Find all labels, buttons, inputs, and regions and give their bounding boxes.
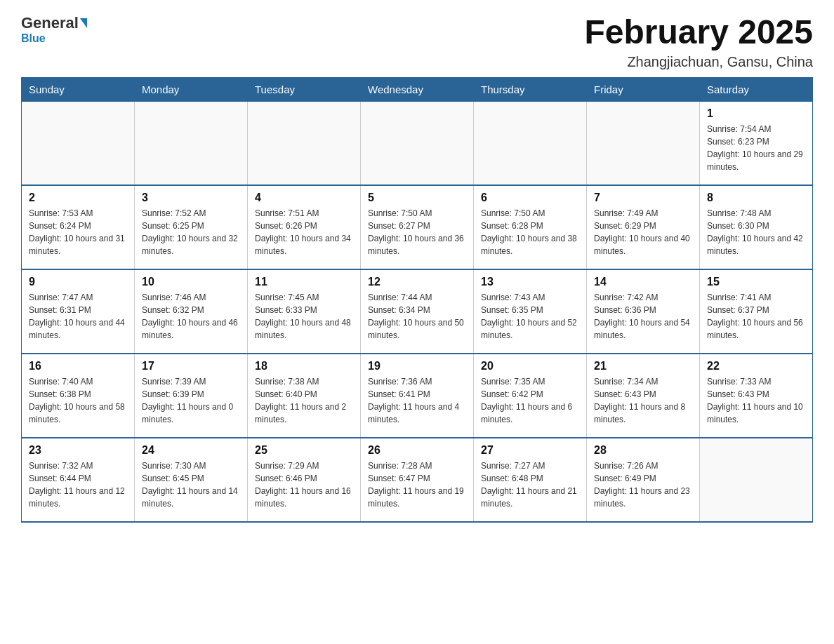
- weekday-header-sunday: Sunday: [22, 77, 135, 101]
- title-block: February 2025 Zhangjiachuan, Gansu, Chin…: [584, 14, 813, 70]
- logo-general-text: General: [21, 14, 79, 32]
- calendar-day-cell: 18Sunrise: 7:38 AM Sunset: 6:40 PM Dayli…: [248, 354, 361, 438]
- calendar-week-row: 9Sunrise: 7:47 AM Sunset: 6:31 PM Daylig…: [22, 269, 813, 354]
- day-number: 6: [481, 192, 579, 204]
- day-info: Sunrise: 7:53 AM Sunset: 6:24 PM Dayligh…: [29, 207, 127, 257]
- calendar-day-cell: 4Sunrise: 7:51 AM Sunset: 6:26 PM Daylig…: [248, 185, 361, 269]
- day-info: Sunrise: 7:42 AM Sunset: 6:36 PM Dayligh…: [594, 291, 692, 342]
- weekday-header-tuesday: Tuesday: [248, 77, 361, 101]
- calendar-day-cell: 14Sunrise: 7:42 AM Sunset: 6:36 PM Dayli…: [587, 269, 700, 354]
- calendar-body: 1Sunrise: 7:54 AM Sunset: 6:23 PM Daylig…: [22, 101, 813, 522]
- day-number: 1: [707, 107, 805, 120]
- day-info: Sunrise: 7:46 AM Sunset: 6:32 PM Dayligh…: [142, 291, 240, 342]
- calendar-day-cell: 15Sunrise: 7:41 AM Sunset: 6:37 PM Dayli…: [700, 269, 813, 354]
- day-info: Sunrise: 7:51 AM Sunset: 6:26 PM Dayligh…: [255, 207, 353, 257]
- day-info: Sunrise: 7:45 AM Sunset: 6:33 PM Dayligh…: [255, 291, 353, 342]
- day-number: 19: [368, 360, 466, 373]
- day-number: 16: [29, 360, 127, 373]
- logo-arrow-icon: [80, 18, 87, 28]
- day-number: 17: [142, 360, 240, 373]
- day-info: Sunrise: 7:40 AM Sunset: 6:38 PM Dayligh…: [29, 375, 127, 426]
- day-info: Sunrise: 7:43 AM Sunset: 6:35 PM Dayligh…: [481, 291, 579, 342]
- calendar-day-cell: 24Sunrise: 7:30 AM Sunset: 6:45 PM Dayli…: [135, 438, 248, 522]
- day-info: Sunrise: 7:26 AM Sunset: 6:49 PM Dayligh…: [594, 459, 692, 510]
- day-number: 20: [481, 360, 579, 373]
- calendar-week-row: 2Sunrise: 7:53 AM Sunset: 6:24 PM Daylig…: [22, 185, 813, 269]
- day-number: 14: [594, 276, 692, 288]
- weekday-header-row: SundayMondayTuesdayWednesdayThursdayFrid…: [22, 77, 813, 101]
- day-number: 8: [707, 192, 805, 204]
- calendar-day-cell: 27Sunrise: 7:27 AM Sunset: 6:48 PM Dayli…: [474, 438, 587, 522]
- calendar-day-cell: 16Sunrise: 7:40 AM Sunset: 6:38 PM Dayli…: [22, 354, 135, 438]
- calendar-week-row: 1Sunrise: 7:54 AM Sunset: 6:23 PM Daylig…: [22, 101, 813, 185]
- day-info: Sunrise: 7:48 AM Sunset: 6:30 PM Dayligh…: [707, 207, 805, 257]
- day-number: 9: [29, 276, 127, 288]
- day-info: Sunrise: 7:32 AM Sunset: 6:44 PM Dayligh…: [29, 459, 127, 510]
- day-number: 21: [594, 360, 692, 373]
- calendar-day-cell: 17Sunrise: 7:39 AM Sunset: 6:39 PM Dayli…: [135, 354, 248, 438]
- calendar-week-row: 16Sunrise: 7:40 AM Sunset: 6:38 PM Dayli…: [22, 354, 813, 438]
- calendar-day-cell: [587, 101, 700, 185]
- calendar-day-cell: 5Sunrise: 7:50 AM Sunset: 6:27 PM Daylig…: [361, 185, 474, 269]
- weekday-header-monday: Monday: [135, 77, 248, 101]
- day-number: 15: [707, 276, 805, 288]
- calendar-day-cell: 19Sunrise: 7:36 AM Sunset: 6:41 PM Dayli…: [361, 354, 474, 438]
- day-number: 26: [368, 444, 466, 457]
- calendar-day-cell: 20Sunrise: 7:35 AM Sunset: 6:42 PM Dayli…: [474, 354, 587, 438]
- day-info: Sunrise: 7:33 AM Sunset: 6:43 PM Dayligh…: [707, 375, 805, 426]
- logo: General Blue: [21, 14, 87, 45]
- day-info: Sunrise: 7:41 AM Sunset: 6:37 PM Dayligh…: [707, 291, 805, 342]
- day-info: Sunrise: 7:38 AM Sunset: 6:40 PM Dayligh…: [255, 375, 353, 426]
- weekday-header-wednesday: Wednesday: [361, 77, 474, 101]
- calendar-day-cell: [474, 101, 587, 185]
- calendar-day-cell: [361, 101, 474, 185]
- logo-blue-text: Blue: [21, 32, 46, 45]
- weekday-header-thursday: Thursday: [474, 77, 587, 101]
- day-info: Sunrise: 7:28 AM Sunset: 6:47 PM Dayligh…: [368, 459, 466, 510]
- calendar-day-cell: 13Sunrise: 7:43 AM Sunset: 6:35 PM Dayli…: [474, 269, 587, 354]
- calendar-day-cell: 23Sunrise: 7:32 AM Sunset: 6:44 PM Dayli…: [22, 438, 135, 522]
- day-number: 11: [255, 276, 353, 288]
- calendar-header: SundayMondayTuesdayWednesdayThursdayFrid…: [22, 77, 813, 101]
- day-number: 10: [142, 276, 240, 288]
- calendar-day-cell: 9Sunrise: 7:47 AM Sunset: 6:31 PM Daylig…: [22, 269, 135, 354]
- day-number: 3: [142, 192, 240, 204]
- day-info: Sunrise: 7:49 AM Sunset: 6:29 PM Dayligh…: [594, 207, 692, 257]
- day-number: 12: [368, 276, 466, 288]
- day-info: Sunrise: 7:35 AM Sunset: 6:42 PM Dayligh…: [481, 375, 579, 426]
- day-info: Sunrise: 7:52 AM Sunset: 6:25 PM Dayligh…: [142, 207, 240, 257]
- month-title: February 2025: [584, 14, 813, 51]
- day-number: 18: [255, 360, 353, 373]
- day-number: 4: [255, 192, 353, 204]
- calendar-day-cell: 3Sunrise: 7:52 AM Sunset: 6:25 PM Daylig…: [135, 185, 248, 269]
- day-info: Sunrise: 7:54 AM Sunset: 6:23 PM Dayligh…: [707, 123, 805, 173]
- calendar-day-cell: 1Sunrise: 7:54 AM Sunset: 6:23 PM Daylig…: [700, 101, 813, 185]
- calendar-day-cell: [248, 101, 361, 185]
- day-number: 27: [481, 444, 579, 457]
- day-number: 5: [368, 192, 466, 204]
- day-number: 25: [255, 444, 353, 457]
- day-info: Sunrise: 7:50 AM Sunset: 6:27 PM Dayligh…: [368, 207, 466, 257]
- day-number: 28: [594, 444, 692, 457]
- day-info: Sunrise: 7:27 AM Sunset: 6:48 PM Dayligh…: [481, 459, 579, 510]
- day-info: Sunrise: 7:39 AM Sunset: 6:39 PM Dayligh…: [142, 375, 240, 426]
- day-info: Sunrise: 7:44 AM Sunset: 6:34 PM Dayligh…: [368, 291, 466, 342]
- day-number: 24: [142, 444, 240, 457]
- day-info: Sunrise: 7:29 AM Sunset: 6:46 PM Dayligh…: [255, 459, 353, 510]
- day-number: 23: [29, 444, 127, 457]
- location-title: Zhangjiachuan, Gansu, China: [584, 54, 813, 70]
- calendar-day-cell: 6Sunrise: 7:50 AM Sunset: 6:28 PM Daylig…: [474, 185, 587, 269]
- day-info: Sunrise: 7:36 AM Sunset: 6:41 PM Dayligh…: [368, 375, 466, 426]
- day-number: 22: [707, 360, 805, 373]
- calendar-day-cell: 12Sunrise: 7:44 AM Sunset: 6:34 PM Dayli…: [361, 269, 474, 354]
- day-info: Sunrise: 7:47 AM Sunset: 6:31 PM Dayligh…: [29, 291, 127, 342]
- calendar-day-cell: 22Sunrise: 7:33 AM Sunset: 6:43 PM Dayli…: [700, 354, 813, 438]
- calendar-day-cell: [700, 438, 813, 522]
- calendar-day-cell: 26Sunrise: 7:28 AM Sunset: 6:47 PM Dayli…: [361, 438, 474, 522]
- calendar-table: SundayMondayTuesdayWednesdayThursdayFrid…: [21, 77, 813, 523]
- calendar-day-cell: 21Sunrise: 7:34 AM Sunset: 6:43 PM Dayli…: [587, 354, 700, 438]
- calendar-day-cell: 8Sunrise: 7:48 AM Sunset: 6:30 PM Daylig…: [700, 185, 813, 269]
- calendar-day-cell: 25Sunrise: 7:29 AM Sunset: 6:46 PM Dayli…: [248, 438, 361, 522]
- day-number: 7: [594, 192, 692, 204]
- day-info: Sunrise: 7:34 AM Sunset: 6:43 PM Dayligh…: [594, 375, 692, 426]
